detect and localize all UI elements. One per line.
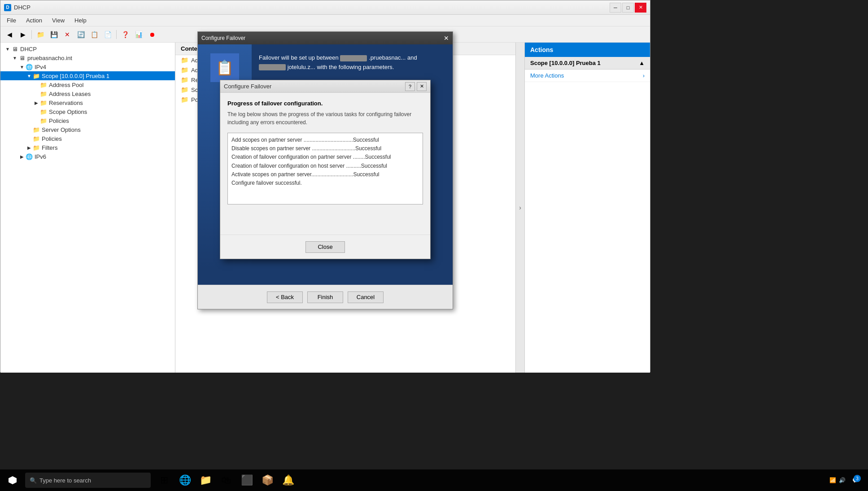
export-button[interactable]: 📋 (88, 29, 100, 40)
menu-help[interactable]: Help (70, 16, 91, 25)
server-policies-icon: 📁 (33, 135, 40, 142)
search-icon: 🔍 (30, 477, 37, 484)
inner-dialog-close-button[interactable]: ✕ (417, 82, 427, 91)
expand-arrow-button[interactable]: › (515, 43, 524, 373)
print-button[interactable]: 📄 (101, 29, 114, 40)
log-box[interactable]: Add scopes on partner server ...........… (227, 133, 423, 204)
more-actions-label: More Actions (530, 72, 564, 79)
expand-ipv6[interactable]: ▶ (18, 153, 26, 160)
tree-server[interactable]: ▼ 🖥 pruebasnacho.int (0, 53, 175, 62)
taskbar-edge[interactable]: 🌐 (175, 470, 195, 490)
inner-dialog-close-btn[interactable]: Close (305, 241, 345, 253)
tree-scope[interactable]: ▼ 📁 Scope [10.0.0.0] Prueba 1 (0, 71, 175, 80)
expand-filters[interactable]: ▶ (26, 144, 33, 151)
start-button[interactable] (2, 469, 23, 491)
expand-server-policies[interactable] (26, 135, 33, 142)
open-button[interactable]: 📁 (34, 29, 47, 40)
failover-desc-part2: .pruebasnac... and (369, 54, 417, 61)
taskbar-terminal[interactable]: ⬛ (237, 470, 257, 490)
tree-root-label: DHCP (20, 46, 37, 52)
expand-ipv4[interactable]: ▼ (18, 63, 26, 70)
properties-button[interactable]: 📊 (132, 29, 145, 40)
record-button[interactable]: ⏺ (146, 29, 158, 40)
address-pool-icon: 📁 (40, 81, 47, 88)
tree-panel: ▼ 🖥 DHCP ▼ 🖥 pruebasnacho.int ▼ 🌐 IPv4 (0, 43, 175, 373)
failover-desc-part3: jotelulu.z... with the following paramet… (288, 64, 394, 70)
progress-title: Progress of failover configuration. (227, 100, 423, 107)
cancel-button[interactable]: Cancel (348, 291, 384, 303)
tree-reservations[interactable]: ▶ 📁 Reservations (0, 98, 175, 107)
tree-address-leases[interactable]: 📁 Address Leases (0, 89, 175, 98)
expand-dhcp[interactable]: ▼ (4, 45, 11, 52)
back-button[interactable]: < Back (267, 291, 303, 303)
inner-dialog-help-button[interactable]: ? (405, 82, 415, 91)
network-icon[interactable]: 📶 (829, 477, 836, 483)
expand-policies[interactable] (33, 117, 40, 124)
collapse-icon[interactable]: ▲ (639, 60, 645, 66)
menu-file[interactable]: File (2, 16, 21, 25)
tree-scope-label: Scope [10.0.0.0] Prueba 1 (42, 73, 109, 79)
forward-button[interactable]: ▶ (17, 29, 29, 40)
taskbar-right: 📶 🔊 💬 3 (829, 473, 866, 487)
expand-server-options[interactable] (26, 126, 33, 133)
outer-dialog-close-button[interactable]: ✕ (444, 35, 449, 42)
refresh-button[interactable]: 🔄 (74, 29, 87, 40)
taskbar-package[interactable]: 📦 (257, 470, 277, 490)
back-button[interactable]: ◀ (3, 29, 16, 40)
expand-scope-options[interactable] (33, 108, 40, 115)
volume-icon[interactable]: 🔊 (839, 477, 846, 483)
actions-section-label: Scope [10.0.0.0] Prueba 1 (530, 60, 601, 66)
expand-server[interactable]: ▼ (11, 54, 18, 61)
menu-view[interactable]: View (48, 16, 69, 25)
tree-ipv4[interactable]: ▼ 🌐 IPv4 (0, 62, 175, 71)
delete-button[interactable]: ✕ (61, 29, 74, 40)
tree-root-dhcp[interactable]: ▼ 🖥 DHCP (0, 44, 175, 53)
tree-scope-options[interactable]: 📁 Scope Options (0, 107, 175, 116)
scope-icon: 📁 (33, 72, 40, 79)
store-icon: 🛍 (221, 474, 231, 486)
taskbar-apps: ⊞ 🌐 📁 🛍 ⬛ 📦 🔔 (154, 470, 298, 490)
taskbar-explorer[interactable]: 📁 (196, 470, 215, 490)
filters-icon: 📁 (33, 144, 40, 151)
outer-dialog-content: 📋 Failover will be set up between .prueb… (198, 44, 453, 81)
terminal-icon: ⬛ (241, 474, 253, 486)
inner-dialog-footer: Close (220, 235, 430, 259)
menu-action[interactable]: Action (22, 16, 47, 25)
expand-scope[interactable]: ▼ (26, 72, 33, 79)
expand-address-pool[interactable] (33, 81, 40, 88)
notes-icon: 🔔 (282, 474, 294, 486)
tree-server-options[interactable]: 📁 Server Options (0, 125, 175, 134)
windows-logo-icon (9, 476, 17, 484)
taskbar-store[interactable]: 🛍 (216, 470, 236, 490)
more-actions-item[interactable]: More Actions › (525, 70, 650, 82)
taskbar-notes[interactable]: 🔔 (278, 470, 298, 490)
folder-icon-address-leases: 📁 (181, 66, 188, 74)
taskbar-task-view[interactable]: ⊞ (154, 470, 174, 490)
log-line-4: Creation of failover configuration on ho… (231, 162, 419, 170)
expand-address-leases[interactable] (33, 90, 40, 97)
help-button[interactable]: ❓ (119, 29, 131, 40)
tree-filters[interactable]: ▶ 📁 Filters (0, 143, 175, 152)
folder-icon-policies: 📁 (181, 96, 188, 103)
notification-center[interactable]: 💬 3 (848, 473, 863, 487)
save-button[interactable]: 💾 (48, 29, 60, 40)
inner-configure-failover-dialog: Configure Failover ? ✕ Progress of failo… (220, 80, 431, 259)
scope-options-icon: 📁 (40, 108, 47, 115)
log-line-5: Activate scopes on partner server.......… (231, 170, 419, 179)
inner-dialog-title-label: Configure Failover (224, 83, 403, 90)
finish-button[interactable]: Finish (307, 291, 343, 303)
maximize-button[interactable]: □ (622, 3, 634, 13)
minimize-button[interactable]: ─ (610, 3, 621, 13)
close-button[interactable]: ✕ (635, 3, 646, 13)
reservations-icon: 📁 (40, 99, 47, 106)
app-icon: D (4, 4, 11, 11)
tree-policies[interactable]: 📁 Policies (0, 116, 175, 125)
address-leases-icon: 📁 (40, 90, 47, 97)
tree-server-policies[interactable]: 📁 Policies (0, 134, 175, 143)
outer-dialog-titlebar: Configure Failover ✕ (198, 32, 453, 44)
tree-ipv6[interactable]: ▶ 🌐 IPv6 (0, 152, 175, 161)
taskbar-search[interactable]: 🔍 Type here to search (25, 473, 151, 488)
separator-2 (116, 30, 117, 39)
expand-reservations[interactable]: ▶ (33, 99, 40, 106)
tree-address-pool[interactable]: 📁 Address Pool (0, 80, 175, 89)
